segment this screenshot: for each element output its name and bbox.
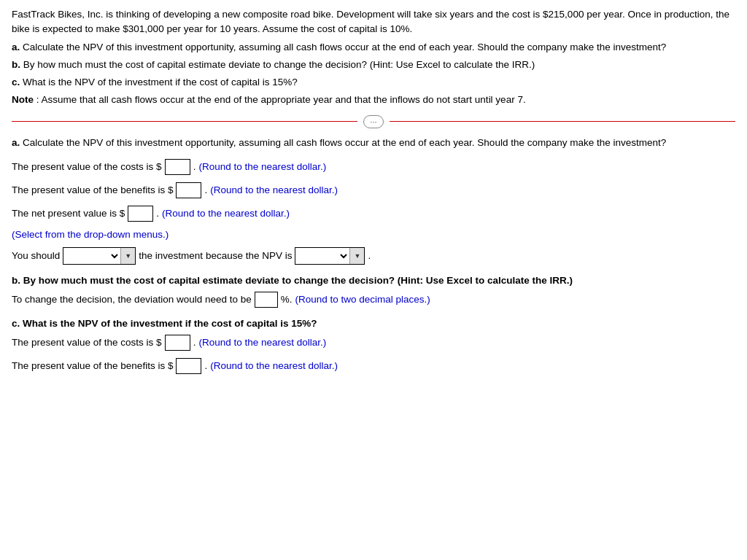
costs-hint: (Round to the nearest dollar.) xyxy=(198,161,326,172)
q-c-text: What is the NPV of the investment if the… xyxy=(23,77,298,88)
section-b-label: b. xyxy=(12,275,20,286)
section-c-text: What is the NPV of the investment if the… xyxy=(23,318,317,329)
c-costs-period: . xyxy=(193,337,196,348)
question-c-line: c. What is the NPV of the investment if … xyxy=(12,75,735,90)
c-benefits-input[interactable] xyxy=(176,358,201,374)
section-c-title: c. What is the NPV of the investment if … xyxy=(12,318,735,329)
q-c-label: c. xyxy=(12,77,20,88)
costs-row: The present value of the costs is $ . (R… xyxy=(12,159,735,175)
c-costs-input[interactable] xyxy=(165,335,190,351)
costs-period: . xyxy=(193,161,196,172)
period-after-dropdown: . xyxy=(368,250,371,261)
divider-line-right xyxy=(390,121,735,122)
benefits-input[interactable] xyxy=(176,182,201,198)
section-a-question: a. Calculate the NPV of this investment … xyxy=(12,136,735,150)
q-b-text: By how much must the cost of capital est… xyxy=(23,59,535,70)
npv-status-dropdown-wrapper[interactable]: positive negative zero xyxy=(295,247,365,265)
section-c: c. What is the NPV of the investment if … xyxy=(12,318,735,374)
deviation-hint: (Round to two decimal places.) xyxy=(295,294,430,305)
question-a-line: a. Calculate the NPV of this investment … xyxy=(12,40,735,55)
npv-status-dropdown[interactable]: positive negative zero xyxy=(295,248,349,264)
c-benefits-label: The present value of the benefits is $ xyxy=(12,360,173,371)
benefits-row: The present value of the benefits is $ .… xyxy=(12,182,735,198)
q-a-text: Calculate the NPV of this investment opp… xyxy=(23,42,666,52)
intro-text: FastTrack Bikes, Inc. is thinking of dev… xyxy=(12,7,735,37)
section-a-label: a. xyxy=(12,137,20,148)
benefits-hint: (Round to the nearest dollar.) xyxy=(210,184,338,195)
c-benefits-row: The present value of the benefits is $ .… xyxy=(12,358,735,374)
benefits-period: . xyxy=(204,184,207,195)
c-costs-hint: (Round to the nearest dollar.) xyxy=(198,337,326,348)
c-costs-label: The present value of the costs is $ xyxy=(12,337,162,348)
q-b-label: b. xyxy=(12,59,20,70)
note-line: Note : Assume that all cash flows occur … xyxy=(12,93,735,107)
question-b-line: b. By how much must the cost of capital … xyxy=(12,58,735,72)
you-should-label: You should xyxy=(12,250,60,261)
deviation-label: To change the decision, the deviation wo… xyxy=(12,294,252,305)
deviation-suffix: %. xyxy=(281,294,293,305)
divider-dots: ··· xyxy=(363,115,383,128)
section-b-title: b. By how much must the cost of capital … xyxy=(12,275,735,286)
investment-because-label: the investment because the NPV is xyxy=(139,250,292,261)
c-benefits-period: . xyxy=(204,360,207,371)
note-label: Note xyxy=(12,94,34,105)
section-b: b. By how much must the cost of capital … xyxy=(12,275,735,308)
note-text: : Assume that all cash flows occur at th… xyxy=(36,94,526,105)
page-container: FastTrack Bikes, Inc. is thinking of dev… xyxy=(0,0,747,392)
section-a-title: Calculate the NPV of this investment opp… xyxy=(23,137,666,148)
should-dropdown[interactable]: make not make xyxy=(63,248,120,264)
npv-status-dropdown-arrow[interactable] xyxy=(349,248,364,264)
divider-line-left xyxy=(12,121,357,122)
benefits-label: The present value of the benefits is $ xyxy=(12,184,173,195)
npv-input[interactable] xyxy=(128,206,153,222)
npv-hint: (Round to the nearest dollar.) xyxy=(162,208,290,219)
c-costs-row: The present value of the costs is $ . (R… xyxy=(12,335,735,351)
you-should-row: You should make not make the investment … xyxy=(12,247,735,265)
section-b-text: By how much must the cost of capital est… xyxy=(23,275,573,286)
section-divider: ··· xyxy=(12,115,735,128)
costs-input[interactable] xyxy=(165,159,190,175)
deviation-row: To change the decision, the deviation wo… xyxy=(12,292,735,308)
q-a-label: a. xyxy=(12,42,20,52)
npv-period: . xyxy=(156,208,159,219)
npv-row: The net present value is $ . (Round to t… xyxy=(12,206,735,222)
problem-statement: FastTrack Bikes, Inc. is thinking of dev… xyxy=(12,7,735,108)
npv-label: The net present value is $ xyxy=(12,208,125,219)
should-dropdown-arrow[interactable] xyxy=(120,248,135,264)
costs-label: The present value of the costs is $ xyxy=(12,161,162,172)
section-c-label: c. xyxy=(12,318,20,329)
should-dropdown-wrapper[interactable]: make not make xyxy=(63,247,136,265)
c-benefits-hint: (Round to the nearest dollar.) xyxy=(210,360,338,371)
select-prompt: (Select from the drop-down menus.) xyxy=(12,229,735,240)
deviation-input[interactable] xyxy=(255,292,278,308)
section-a: a. Calculate the NPV of this investment … xyxy=(12,136,735,265)
